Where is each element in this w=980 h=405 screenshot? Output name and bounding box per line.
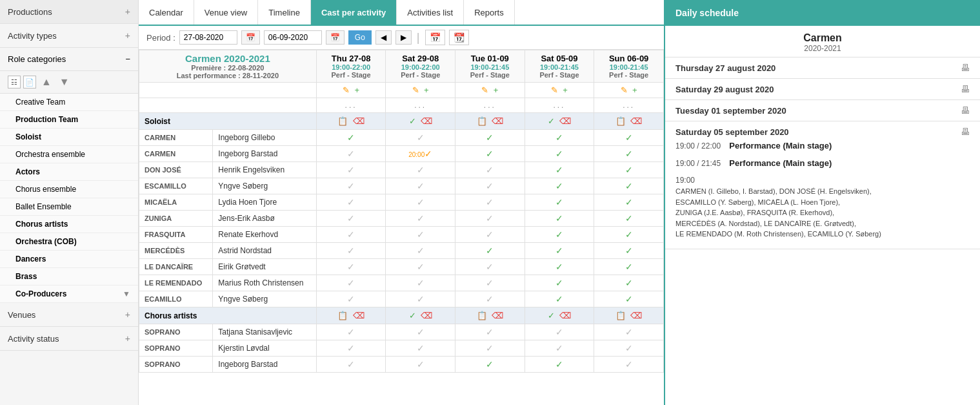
soloist-del-sat29[interactable]: ⌫ [419, 116, 434, 126]
sidebar-item-venues[interactable]: Venues + [0, 303, 138, 327]
chorus-copy-sat29[interactable]: ✓ [408, 311, 417, 320]
col-sun-06-09: Sun 06-09 19:00-21:45 Perf - Stage [594, 50, 664, 83]
soloist-del-sun06[interactable]: ⌫ [629, 116, 643, 126]
sidebar-item-activity-types[interactable]: Activity types + [0, 24, 138, 48]
check-orange: ✓ [425, 149, 432, 159]
check: ✓ [555, 245, 563, 256]
sidebar-item-productions[interactable]: Productions + [0, 0, 138, 24]
role-le-remendado: LE REMENDADO [139, 275, 213, 291]
sidebar-item-production-team[interactable]: Production Team [0, 111, 138, 129]
edit-btn-thu[interactable]: ✎ [341, 85, 351, 95]
role-icon-1[interactable]: ☷ [8, 76, 21, 88]
tab-reports[interactable]: Reports [464, 0, 515, 25]
check-gray: ✓ [486, 165, 494, 175]
edit-btn-sat29[interactable]: ✎ [411, 85, 421, 95]
schedule-day-sat05: Saturday 05 september 2020 🖶 19:00 / 22:… [665, 121, 980, 249]
print-icon-thu27[interactable]: 🖶 [961, 63, 970, 73]
sidebar-item-activity-status[interactable]: Activity status + [0, 327, 138, 351]
soloist-del-sat05[interactable]: ⌫ [558, 116, 572, 126]
tools-tue01: ✎ + [455, 83, 525, 98]
soloist-del-thu[interactable]: ⌫ [352, 116, 366, 126]
sidebar-item-orchestra-cob[interactable]: Orchestra (COB) [0, 233, 138, 251]
tab-timeline[interactable]: Timeline [258, 0, 311, 25]
cast-table-wrapper: Carmen 2020-2021 Première : 22-08-2020 L… [139, 50, 664, 405]
print-icon-tue01[interactable]: 🖶 [961, 105, 970, 116]
edit-btn-sun06[interactable]: ✎ [619, 85, 629, 95]
check: ✓ [555, 132, 563, 143]
soloist-tools-thu: 📋 ⌫ [316, 113, 386, 130]
period-calendar-icon-btn1[interactable]: 📅 [425, 30, 445, 45]
plus-icon-activity[interactable]: + [125, 30, 130, 41]
check: ✓ [555, 165, 563, 175]
sidebar-item-dancers[interactable]: Dancers [0, 251, 138, 268]
tab-calendar[interactable]: Calendar [139, 0, 194, 25]
add-btn-tue01[interactable]: + [492, 85, 500, 95]
period-bar: Period : 📅 📅 Go ◀ ▶ | 📅 📆 [139, 26, 664, 50]
soloist-copy-sun06[interactable]: 📋 [614, 116, 627, 126]
period-prev-btn[interactable]: ◀ [375, 30, 392, 45]
table-row: CARMEN Ingeborg Gillebo ✓ ✓ ✓ ✓ ✓ [139, 130, 664, 146]
name-micaela: Lydia Hoen Tjore [213, 194, 316, 211]
table-row: DON JOSÉ Henrik Engelsviken ✓ ✓ ✓ ✓ ✓ [139, 162, 664, 178]
period-end-calendar-btn[interactable]: 📅 [326, 30, 345, 45]
sidebar-item-ballet-ensemble[interactable]: Ballet Ensemble [0, 198, 138, 216]
tab-venue-view[interactable]: Venue view [194, 0, 259, 25]
plus-icon-venues[interactable]: + [125, 309, 130, 320]
add-btn-thu[interactable]: + [353, 85, 361, 95]
chorus-del-sat05[interactable]: ⌫ [558, 311, 572, 320]
sidebar-item-creative-team[interactable]: Creative Team [0, 94, 138, 111]
period-start-input[interactable] [179, 30, 237, 45]
chorus-del-thu[interactable]: ⌫ [352, 311, 366, 320]
edit-btn-tue01[interactable]: ✎ [480, 85, 490, 95]
edit-btn-sat05[interactable]: ✎ [550, 85, 559, 95]
sidebar-item-actors[interactable]: Actors [0, 163, 138, 181]
sidebar-item-role-categories[interactable]: Role categories − [0, 48, 138, 71]
chorus-del-sun06[interactable]: ⌫ [629, 311, 643, 320]
check-gray: ✓ [486, 278, 494, 288]
scroll-down-small[interactable]: ▼ [123, 289, 130, 298]
soloist-copy-sat29[interactable]: ✓ [408, 116, 417, 126]
plus-icon[interactable]: + [125, 6, 130, 17]
tab-activities-list[interactable]: Activities list [397, 0, 464, 25]
soloist-tools-sun06: 📋 ⌫ [594, 113, 664, 130]
check-gray: ✓ [417, 278, 425, 288]
soloist-copy-thu[interactable]: 📋 [336, 116, 349, 126]
check-gray: ✓ [417, 165, 425, 175]
add-btn-sat05[interactable]: + [561, 85, 569, 95]
role-icon-2[interactable]: 📄 [23, 76, 36, 88]
sidebar-item-orchestra-ensemble[interactable]: Orchestra ensemble [0, 146, 138, 163]
table-row: ZUNIGA Jens-Erik Aasbø ✓ ✓ ✓ ✓ ✓ [139, 211, 664, 227]
add-btn-sat29[interactable]: + [423, 85, 430, 95]
add-btn-sun06[interactable]: + [631, 85, 639, 95]
tab-cast-per-activity[interactable]: Cast per activity [311, 0, 397, 25]
name-le-dancaire: Eirik Grøtvedt [213, 259, 316, 275]
sidebar-item-chorus-ensemble[interactable]: Chorus ensemble [0, 181, 138, 198]
daily-schedule-header: Daily schedule [665, 0, 980, 26]
chorus-del-sat29[interactable]: ⌫ [419, 311, 434, 320]
table-row: Soprano Kjerstin Løvdal ✓ ✓ ✓ ✓ ✓ [139, 340, 664, 357]
soloist-copy-tue01[interactable]: 📋 [475, 116, 488, 126]
chorus-copy-sun06[interactable]: 📋 [614, 311, 627, 320]
check-gray: ✓ [347, 294, 355, 304]
soloist-del-tue01[interactable]: ⌫ [490, 116, 505, 126]
chorus-copy-thu[interactable]: 📋 [336, 311, 349, 320]
plus-icon-status[interactable]: + [125, 333, 130, 344]
sidebar-item-soloist[interactable]: Soloist [0, 129, 138, 146]
scroll-down-arrow[interactable]: ▼ [57, 74, 72, 90]
scroll-up-arrow[interactable]: ▲ [39, 74, 54, 90]
period-next-btn[interactable]: ▶ [395, 30, 412, 45]
period-go-btn[interactable]: Go [348, 30, 372, 45]
period-start-calendar-btn[interactable]: 📅 [241, 30, 260, 45]
soloist-copy-sat05[interactable]: ✓ [546, 116, 556, 126]
print-icon-sat05[interactable]: 🖶 [961, 127, 970, 137]
sidebar-item-chorus-artists[interactable]: Chorus artists [0, 216, 138, 233]
chorus-del-tue01[interactable]: ⌫ [490, 311, 505, 320]
print-icon-sat29[interactable]: 🖶 [961, 84, 970, 94]
chorus-copy-sat05[interactable]: ✓ [546, 311, 556, 320]
chorus-copy-tue01[interactable]: 📋 [475, 311, 488, 320]
sidebar-item-brass[interactable]: Brass [0, 268, 138, 286]
check-gray: ✓ [347, 327, 355, 337]
sidebar-item-co-producers[interactable]: Co-Producers ▼ [0, 286, 138, 303]
period-end-input[interactable] [264, 30, 322, 45]
period-calendar-icon-btn2[interactable]: 📆 [449, 30, 469, 45]
